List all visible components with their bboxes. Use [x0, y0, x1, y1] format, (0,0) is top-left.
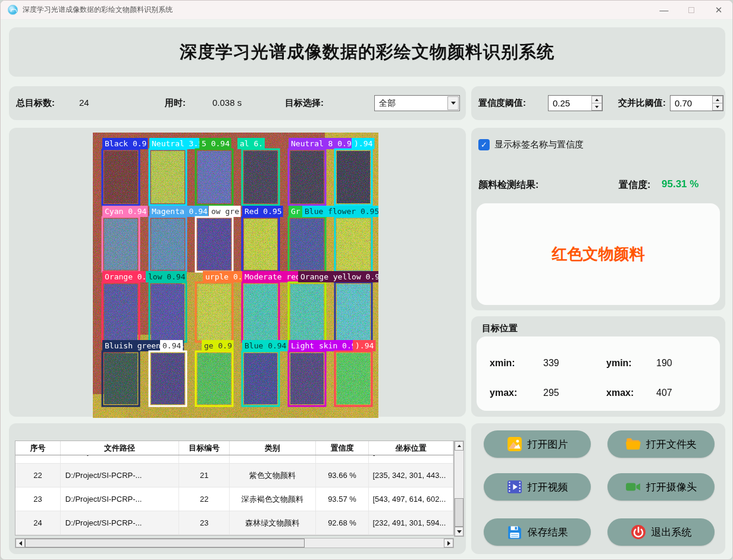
results-table: 序号文件路径目标编号类别置信度坐标位置 21D:/Project/SI-PCRP…: [15, 441, 454, 536]
iou-threshold-input[interactable]: [671, 96, 712, 111]
table-row[interactable]: 22D:/Project/SI-PCRP-...21紫色文物颜料93.66 %[…: [15, 464, 453, 487]
header-panel: 深度学习光谱成像数据的彩绘文物颜料识别系统: [9, 27, 725, 77]
detection-label: Neutral 8 0.95: [291, 139, 356, 148]
window-controls: — ✕: [650, 1, 732, 19]
save-results-button[interactable]: 保存结果: [484, 518, 591, 546]
column-header[interactable]: 文件路径: [61, 441, 179, 455]
image-panel: Black 0.9Neutral 3.5 0.955 0.94al 6.Neut…: [9, 128, 466, 417]
cell-path: D:/Project/SI-PCRP-...: [61, 455, 179, 463]
chevron-down-icon[interactable]: [447, 96, 459, 110]
detection-label: al 6.: [240, 139, 263, 148]
spin-down-icon[interactable]: [591, 103, 602, 111]
detection-label: ).94: [355, 341, 374, 350]
actions-panel: 打开图片打开文件夹打开视频打开摄像头保存结果退出系统: [471, 423, 725, 554]
vertical-scrollbar[interactable]: [454, 441, 464, 537]
confidence-threshold-spinbox[interactable]: [548, 95, 603, 111]
cell-coords: [543, 497, 614, 602...: [369, 487, 453, 511]
cell-path: D:/Project/SI-PCRP-...: [61, 464, 179, 487]
horizontal-scroll-thumb[interactable]: [25, 539, 305, 548]
detection-label: ge 0.9: [204, 341, 232, 350]
table-row[interactable]: 24D:/Project/SI-PCRP-...23森林绿文物颜料92.68 %…: [15, 511, 453, 535]
column-header[interactable]: 类别: [230, 441, 316, 455]
cell-coords: [128, 490, 197, 59...: [369, 455, 453, 463]
target-select-label: 目标选择:: [285, 97, 324, 109]
cell-coords: [232, 491, 301, 594...: [369, 511, 453, 534]
xmax-label: xmax:: [606, 388, 634, 398]
iou-threshold-label: 交并比阈值:: [618, 97, 666, 109]
folder-icon: [625, 436, 641, 452]
threshold-bar: 置信度阈值: 交并比阈值:: [471, 86, 725, 120]
scroll-right-icon[interactable]: [444, 539, 453, 548]
cell-target-id: 22: [179, 487, 230, 511]
button-label: 打开摄像头: [646, 480, 697, 494]
target-select[interactable]: 全部: [374, 95, 460, 111]
cell-path: D:/Project/SI-PCRP-...: [61, 511, 179, 534]
column-header[interactable]: 序号: [15, 441, 61, 455]
vertical-scroll-thumb[interactable]: [455, 498, 463, 527]
cell-target-id: 21: [179, 464, 230, 487]
horizontal-scrollbar[interactable]: [15, 538, 454, 548]
show-labels-checkbox[interactable]: ✓: [478, 139, 490, 150]
time-value: 0.038 s: [212, 97, 242, 108]
confidence-threshold-input[interactable]: [549, 96, 591, 111]
exit-system-button[interactable]: 退出系统: [607, 518, 715, 546]
detection-label: Blue 0.94: [245, 341, 287, 350]
detection-label: ).94: [354, 139, 372, 148]
detection-label: 0.94: [162, 341, 181, 350]
result-card: 红色文物颜料: [477, 203, 720, 305]
cell-serial: 23: [15, 487, 61, 511]
detection-label: urple 0.9: [205, 272, 247, 281]
iou-threshold-spinbox[interactable]: [670, 95, 723, 111]
column-header[interactable]: 置信度: [316, 441, 369, 455]
cell-class: 森林绿文物颜料: [230, 511, 316, 534]
time-label: 用时:: [165, 97, 186, 109]
scroll-left-icon[interactable]: [15, 539, 25, 548]
save-icon: [507, 524, 522, 540]
cell-confidence: 93.57 %: [316, 487, 369, 511]
detection-label: Orange yellow 0.94: [300, 272, 378, 281]
cell-serial: 24: [15, 511, 61, 534]
total-targets-label: 总目标数:: [16, 97, 55, 109]
power-icon: [631, 524, 646, 540]
open-image-button[interactable]: 打开图片: [484, 430, 591, 458]
close-button[interactable]: ✕: [705, 1, 732, 19]
cell-target-id: 23: [179, 511, 230, 534]
detection-label: 5 0.94: [202, 139, 230, 148]
table-viewport: 21D:/Project/SI-PCRP-...20天空蓝文物颜料93.77 %…: [15, 455, 453, 535]
table-panel: 序号文件路径目标编号类别置信度坐标位置 21D:/Project/SI-PCRP…: [9, 423, 466, 554]
ymax-value: 295: [543, 388, 559, 398]
scroll-up-icon[interactable]: [455, 441, 463, 451]
maximize-button[interactable]: [678, 1, 705, 19]
result-panel: ✓ 显示标签名称与置信度 颜料检测结果: 置信度: 95.31 % 红色文物颜料: [471, 128, 725, 310]
column-header[interactable]: 坐标位置: [369, 441, 453, 455]
show-labels-label: 显示标签名称与置信度: [494, 139, 584, 150]
spin-down-icon[interactable]: [712, 103, 723, 111]
position-card: xmin: 339 ymin: 190 ymax: 295 xmax: 407: [477, 336, 720, 411]
cell-confidence: 93.77 %: [316, 455, 369, 463]
open-camera-button[interactable]: 打开摄像头: [607, 473, 715, 501]
result-title: 颜料检测结果:: [478, 179, 538, 191]
scroll-down-icon[interactable]: [455, 527, 463, 536]
button-label: 打开视频: [528, 480, 568, 494]
xmin-value: 339: [543, 358, 559, 369]
button-label: 保存结果: [528, 526, 568, 539]
cell-serial: 21: [15, 455, 61, 463]
video-icon: [507, 479, 522, 495]
cell-class: 深赤褐色文物颜料: [230, 487, 316, 511]
open-video-button[interactable]: 打开视频: [484, 473, 591, 501]
column-header[interactable]: 目标编号: [179, 441, 230, 455]
table-row[interactable]: 23D:/Project/SI-PCRP-...22深赤褐色文物颜料93.57 …: [15, 487, 453, 511]
total-targets-value: 24: [79, 97, 89, 108]
table-header-row: 序号文件路径目标编号类别置信度坐标位置: [15, 441, 453, 455]
open-folder-button[interactable]: 打开文件夹: [607, 430, 715, 458]
ymin-value: 190: [656, 358, 672, 369]
cell-class: 紫色文物颜料: [230, 464, 316, 487]
minimize-button[interactable]: —: [650, 1, 678, 19]
ymax-label: ymax:: [490, 388, 517, 398]
window-title: 深度学习光谱成像数据的彩绘文物颜料识别系统: [23, 5, 173, 15]
detection-label: Cyan 0.94: [105, 207, 147, 216]
detection-label: ow gre: [211, 207, 239, 216]
button-label: 打开图片: [528, 438, 568, 451]
cell-class: 天空蓝文物颜料: [230, 455, 316, 463]
table-row[interactable]: 21D:/Project/SI-PCRP-...20天空蓝文物颜料93.77 %…: [15, 455, 453, 464]
